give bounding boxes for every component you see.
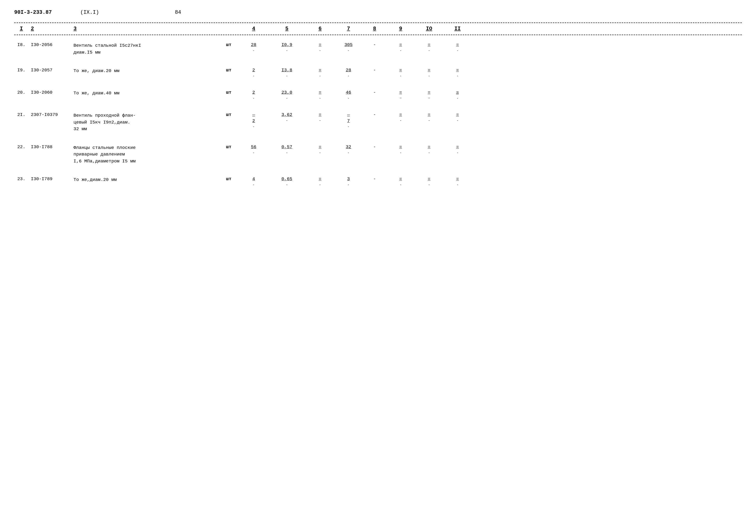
col-header-10: IO <box>415 26 443 32</box>
row-code: I30-2060 <box>28 90 71 95</box>
col-header-2: 2 <box>28 26 71 32</box>
main-table: I 2 3 4 5 6 7 8 9 IO II I8. I30-2056 Вен… <box>14 22 742 192</box>
row-col10: = - <box>415 176 443 187</box>
row-col10: = - <box>415 67 443 78</box>
row-unit: шт <box>218 42 239 47</box>
row-col8: - <box>363 42 387 47</box>
row-unit: шт <box>218 145 239 149</box>
col-header-11: II <box>443 26 472 32</box>
row-col8: - <box>363 176 387 182</box>
row-col9: = - <box>387 176 415 187</box>
row-col9: = - <box>387 112 415 122</box>
page-number: 84 <box>175 10 181 15</box>
col-header-6: 6 <box>306 26 334 32</box>
row-col9: = — <box>387 90 415 100</box>
row-col5: 3,62 - <box>268 112 306 122</box>
col-header-7: 7 <box>334 26 363 32</box>
row-col9: = - <box>387 67 415 78</box>
row-description: То же,диам.20 мм <box>71 176 218 183</box>
col-header-8: 8 <box>363 26 387 32</box>
row-unit: шт <box>218 90 239 95</box>
row-description: Вентиль проходной флан-цевый I5кч I9п2,д… <box>71 112 218 133</box>
row-col9: = - <box>387 42 415 53</box>
row-description: Вентиль стальной I5с27нкIдиам.I5 мм <box>71 42 218 56</box>
row-unit: шт <box>218 67 239 73</box>
row-col6: = - <box>306 112 334 122</box>
row-unit: шт <box>218 112 239 117</box>
row-col6: = - <box>306 145 334 155</box>
row-col8: - <box>363 112 387 117</box>
row-col11: = - <box>443 145 472 155</box>
col-header-3: 3 <box>71 26 218 32</box>
row-col4: 56 - <box>239 145 268 155</box>
row-col9: = - <box>387 145 415 155</box>
col-header-5: 5 <box>268 26 306 32</box>
row-col4: 4 - <box>239 176 268 187</box>
row-code: I30-I789 <box>28 176 71 182</box>
row-num: 22. <box>14 145 28 149</box>
section: (IX.I) <box>80 10 99 15</box>
row-col7: 3 - <box>334 176 363 187</box>
doc-number: 90I-3-233.87 <box>14 10 52 15</box>
table-row: 23. I30-I789 То же,диам.20 мм шт 4 - 0,6… <box>14 169 742 192</box>
row-col11: = - <box>443 176 472 187</box>
row-col4: 2 - <box>239 67 268 78</box>
row-col5: 0,57 - <box>268 145 306 155</box>
row-col6: = - <box>306 42 334 53</box>
row-code: I30-I788 <box>28 145 71 149</box>
table-row: 22. I30-I788 Фланцы стальные плоскиеприв… <box>14 137 742 170</box>
row-col5: 0,65 - <box>268 176 306 187</box>
col-header-9: 9 <box>387 26 415 32</box>
row-col7: 46 - <box>334 90 363 100</box>
row-code: I30-2057 <box>28 67 71 73</box>
column-headers: I 2 3 4 5 6 7 8 9 IO II <box>14 23 742 35</box>
row-col5: 23,0 - <box>268 90 306 100</box>
row-col10: = - <box>415 112 443 122</box>
row-col11: = - <box>443 67 472 78</box>
row-description: То же, диам.40 мм <box>71 90 218 97</box>
page-header: 90I-3-233.87 (IX.I) 84 <box>14 10 742 15</box>
table-row: I8. I30-2056 Вентиль стальной I5с27нкIди… <box>14 35 742 61</box>
row-col8: - <box>363 90 387 95</box>
row-col7: — 7 - <box>334 112 363 129</box>
row-code: 2307-I0379 <box>28 112 71 117</box>
row-col5: I0,9 - <box>268 42 306 53</box>
row-col8: - <box>363 145 387 149</box>
row-col6: = - <box>306 176 334 187</box>
row-col4: — 2 - <box>239 112 268 129</box>
col-header-1: I <box>14 26 28 32</box>
row-col11: = - <box>443 42 472 53</box>
row-col10: = - <box>415 42 443 53</box>
row-col10: = - <box>415 145 443 155</box>
row-col11: = - <box>443 112 472 122</box>
row-num: 2I. <box>14 112 28 117</box>
col-header-4: 4 <box>239 26 268 32</box>
row-num: I9. <box>14 67 28 73</box>
row-code: I30-2056 <box>28 42 71 47</box>
table-row: I9. I30-2057 То же, диам.20 мм шт 2 - I3… <box>14 61 742 83</box>
row-col10: = — <box>415 90 443 100</box>
row-col11: ≈ - <box>443 90 472 100</box>
row-col8: - <box>363 67 387 73</box>
row-col5: I3,8 - <box>268 67 306 78</box>
row-description: Фланцы стальные плоскиеприварные давлени… <box>71 145 218 165</box>
row-num: 23. <box>14 176 28 182</box>
row-col7: 305 - <box>334 42 363 53</box>
row-col7: 28 - <box>334 67 363 78</box>
row-col4: 28 - <box>239 42 268 53</box>
table-row: 2I. 2307-I0379 Вентиль проходной флан-це… <box>14 105 742 137</box>
row-num: I8. <box>14 42 28 47</box>
table-row: 20. I30-2060 То же, диам.40 мм шт 2 - 23… <box>14 83 742 105</box>
row-unit: шт <box>218 176 239 182</box>
row-col7: 32 - <box>334 145 363 155</box>
row-col6: = - <box>306 90 334 100</box>
row-col6: = - <box>306 67 334 78</box>
row-description: То же, диам.20 мм <box>71 67 218 74</box>
row-num: 20. <box>14 90 28 95</box>
row-col4: 2 - <box>239 90 268 100</box>
